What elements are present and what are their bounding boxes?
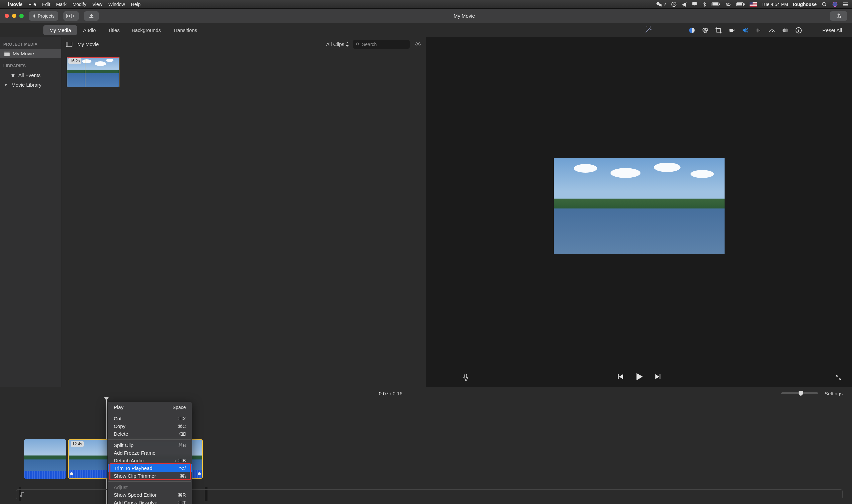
enhance-magic-wand-button[interactable] <box>638 26 658 35</box>
tab-backgrounds[interactable]: Backgrounds <box>126 25 167 35</box>
prev-frame-button[interactable] <box>616 372 625 382</box>
menu-mark[interactable]: Mark <box>56 2 66 7</box>
minimize-window-button[interactable] <box>12 14 16 18</box>
volume-icon[interactable] <box>742 27 749 34</box>
sidebar-item-my-movie[interactable]: My Movie <box>0 49 61 58</box>
ctx-cut[interactable]: Cut⌘X <box>108 415 192 422</box>
music-note-icon <box>20 492 24 497</box>
close-window-button[interactable] <box>5 14 9 18</box>
import-button[interactable] <box>84 11 99 21</box>
zoom-window-button[interactable] <box>19 14 24 18</box>
timeline-settings-button[interactable]: Settings <box>825 391 843 396</box>
svg-rect-9 <box>737 3 742 5</box>
battery-icon[interactable] <box>712 2 720 7</box>
clip-filter-dropdown[interactable]: All Clips <box>326 41 349 47</box>
svg-rect-2 <box>694 5 696 6</box>
menu-view[interactable]: View <box>92 2 102 7</box>
tab-my-media[interactable]: My Media <box>44 25 77 35</box>
menu-modify[interactable]: Modify <box>72 2 86 7</box>
media-browser: My Movie All Clips Search <box>62 37 426 387</box>
timeline-zoom-slider[interactable] <box>781 392 818 394</box>
siri-icon[interactable] <box>832 1 838 7</box>
menu-window[interactable]: Window <box>108 2 125 7</box>
stabilization-icon[interactable] <box>728 27 735 34</box>
color-correction-icon[interactable] <box>701 27 709 34</box>
svg-rect-36 <box>4 53 10 56</box>
menu-file[interactable]: File <box>29 2 36 7</box>
speed-icon[interactable] <box>768 27 776 34</box>
ctx-show-clip-trimmer[interactable]: Show Clip Trimmer⌘\ <box>108 472 192 480</box>
menubar-clock[interactable]: Tue 4:54 PM <box>762 2 788 7</box>
menu-edit[interactable]: Edit <box>42 2 50 7</box>
fullscreen-button[interactable] <box>835 374 842 381</box>
clip-duration-badge: 16.2s <box>68 58 82 64</box>
spotlight-icon[interactable] <box>821 1 827 7</box>
svg-rect-23 <box>67 15 68 17</box>
ctx-split-clip[interactable]: Split Clip⌘B <box>108 441 192 449</box>
bluetooth-icon[interactable] <box>702 1 707 7</box>
playhead-time: 0:07 / 0:16 <box>379 391 402 396</box>
library-sidebar: PROJECT MEDIA My Movie LIBRARIES All Eve… <box>0 37 62 387</box>
tab-audio[interactable]: Audio <box>77 25 102 35</box>
timeline[interactable]: 12.4s PlaySpace Cut⌘X Copy⌘C Delete⌫ Spl… <box>0 400 852 504</box>
next-frame-button[interactable] <box>654 372 662 382</box>
sidebar-header-libraries: LIBRARIES <box>0 62 61 70</box>
traffic-lights <box>5 14 24 18</box>
input-flag-icon[interactable] <box>750 2 757 7</box>
telegram-icon[interactable] <box>681 2 687 7</box>
ctx-detach-audio[interactable]: Detach Audio⌥⌘B <box>108 457 192 464</box>
video-effects-icon[interactable] <box>782 27 789 34</box>
window-titlebar: Projects My Movie <box>0 9 852 23</box>
sidebar-item-all-events[interactable]: All Events <box>0 70 61 80</box>
notification-center-icon[interactable] <box>843 2 849 7</box>
star-icon <box>10 73 16 78</box>
inspector-icons <box>688 27 809 34</box>
menubar-user[interactable]: toughouse <box>793 2 817 7</box>
svg-rect-24 <box>69 15 70 17</box>
ctx-copy[interactable]: Copy⌘C <box>108 422 192 430</box>
wechat-menubar-icon[interactable]: 2 <box>656 1 666 7</box>
ctx-delete[interactable]: Delete⌫ <box>108 430 192 438</box>
ctx-add-freeze-frame[interactable]: Add Freeze Frame <box>108 449 192 457</box>
tab-titles[interactable]: Titles <box>102 25 125 35</box>
library-view-button[interactable] <box>64 11 79 21</box>
svg-rect-41 <box>465 374 467 378</box>
svg-rect-18 <box>750 2 752 5</box>
play-button[interactable] <box>634 371 644 383</box>
crop-icon[interactable] <box>715 27 722 34</box>
ctx-play[interactable]: PlaySpace <box>108 403 192 411</box>
vpn-icon[interactable] <box>725 2 732 7</box>
timeline-clip[interactable] <box>24 439 66 479</box>
tab-transitions[interactable]: Transitions <box>167 25 203 35</box>
battery-outline-icon[interactable] <box>736 2 745 7</box>
info-icon[interactable] <box>795 27 802 34</box>
ctx-trim-to-playhead[interactable]: Trim To Playhead⌥/ <box>108 464 192 472</box>
voiceover-button[interactable] <box>463 374 469 381</box>
noise-reduction-icon[interactable] <box>755 27 762 34</box>
ctx-show-speed-editor[interactable]: Show Speed Editor⌘R <box>108 491 192 499</box>
toggle-sidebar-button[interactable] <box>65 40 73 49</box>
display-icon[interactable] <box>692 1 698 7</box>
color-balance-icon[interactable] <box>688 27 696 34</box>
clip-context-menu: PlaySpace Cut⌘X Copy⌘C Delete⌫ Split Cli… <box>107 401 192 504</box>
search-placeholder: Search <box>362 42 377 47</box>
app-menu[interactable]: iMovie <box>8 2 23 7</box>
browser-toolbar: My Media Audio Titles Backgrounds Transi… <box>0 23 852 37</box>
search-input[interactable]: Search <box>353 40 410 49</box>
media-clip-thumbnail[interactable]: 16.2s <box>67 57 119 87</box>
disclosure-triangle-icon[interactable]: ▼ <box>4 83 8 87</box>
share-button[interactable] <box>830 11 847 21</box>
preview-video[interactable] <box>554 158 725 254</box>
sidebar-label: All Events <box>18 72 41 78</box>
audio-keyframe-icon[interactable] <box>70 472 73 475</box>
do-not-disturb-icon[interactable] <box>671 1 677 7</box>
reset-all-button[interactable]: Reset All <box>822 27 842 33</box>
sidebar-item-imovie-library[interactable]: ▼ iMovie Library <box>0 80 61 90</box>
back-to-projects-button[interactable]: Projects <box>29 11 58 21</box>
menu-help[interactable]: Help <box>131 2 141 7</box>
svg-rect-30 <box>729 29 733 32</box>
audio-keyframe-icon[interactable] <box>198 472 201 475</box>
ctx-add-cross-dissolve[interactable]: Add Cross Dissolve⌘T <box>108 499 192 504</box>
svg-point-19 <box>822 2 825 5</box>
browser-settings-button[interactable] <box>414 40 422 49</box>
